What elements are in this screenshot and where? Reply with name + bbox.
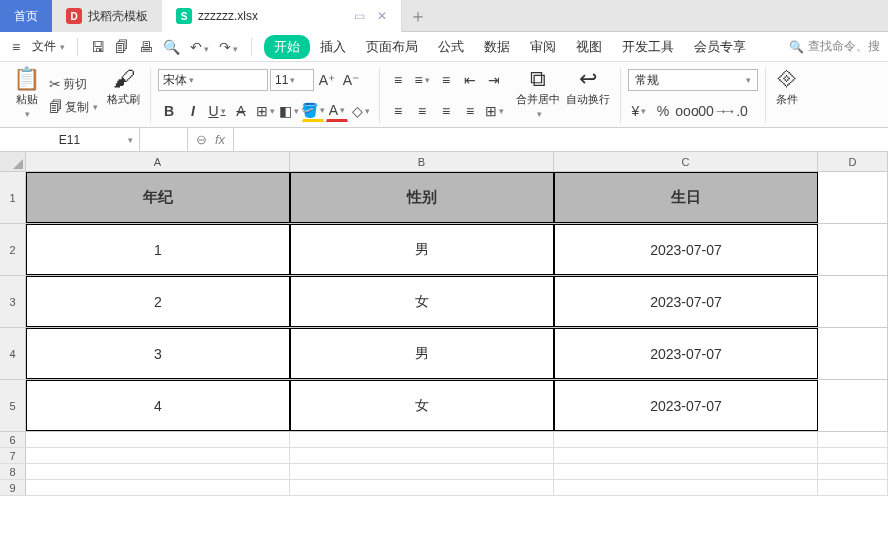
- orientation-icon[interactable]: ⊞: [483, 100, 505, 122]
- tab-document[interactable]: S zzzzzz.xlsx ▭ ✕: [162, 0, 402, 32]
- col-header-a[interactable]: A: [26, 152, 290, 171]
- copy-button[interactable]: 🗐复制: [45, 97, 102, 118]
- cancel-formula-icon[interactable]: ⊖: [196, 132, 207, 147]
- number-format-select[interactable]: 常规▾: [628, 69, 758, 91]
- align-bottom-icon[interactable]: ≡: [435, 69, 457, 91]
- command-search[interactable]: 🔍 查找命令、搜: [789, 38, 880, 55]
- font-color-button[interactable]: A: [326, 100, 348, 122]
- font-name-select[interactable]: 宋体: [158, 69, 268, 91]
- indent-decrease-icon[interactable]: ⇤: [459, 69, 481, 91]
- cell[interactable]: [818, 380, 888, 431]
- format-painter-button[interactable]: 🖌格式刷: [104, 66, 143, 125]
- row-header-6[interactable]: 6: [0, 432, 26, 447]
- row-header-4[interactable]: 4: [0, 328, 26, 379]
- cell[interactable]: 4: [26, 380, 290, 431]
- cell[interactable]: 男: [290, 224, 554, 275]
- header-cell-age[interactable]: 年纪: [26, 172, 290, 223]
- cell[interactable]: [290, 432, 554, 447]
- cell[interactable]: 女: [290, 276, 554, 327]
- cell[interactable]: [26, 448, 290, 463]
- ribbon-tab-insert[interactable]: 插入: [310, 34, 356, 60]
- cell[interactable]: [554, 448, 818, 463]
- bold-button[interactable]: B: [158, 100, 180, 122]
- cell[interactable]: [290, 480, 554, 495]
- cell[interactable]: [290, 464, 554, 479]
- header-cell-gender[interactable]: 性别: [290, 172, 554, 223]
- ribbon-tab-formula[interactable]: 公式: [428, 34, 474, 60]
- cell[interactable]: [290, 448, 554, 463]
- fill-color-button[interactable]: 🪣: [302, 100, 324, 122]
- align-top-icon[interactable]: ≡: [387, 69, 409, 91]
- cell[interactable]: [818, 480, 888, 495]
- file-menu[interactable]: 文件: [28, 36, 69, 57]
- percent-button[interactable]: %: [652, 100, 674, 122]
- row-header-3[interactable]: 3: [0, 276, 26, 327]
- align-right-icon[interactable]: ≡: [435, 100, 457, 122]
- decrease-decimal-button[interactable]: →.0: [724, 100, 746, 122]
- window-mode-icon[interactable]: ▭: [354, 9, 365, 23]
- align-middle-icon[interactable]: ≡: [411, 69, 433, 91]
- spreadsheet-grid[interactable]: A B C D 1 年纪 性别 生日 2 1 男 2023-07-07 3 2 …: [0, 152, 888, 496]
- clear-format-button[interactable]: ◇: [350, 100, 372, 122]
- hamburger-icon[interactable]: ≡: [8, 37, 24, 57]
- cell[interactable]: [26, 432, 290, 447]
- ribbon-tab-review[interactable]: 审阅: [520, 34, 566, 60]
- col-header-c[interactable]: C: [554, 152, 818, 171]
- row-header-7[interactable]: 7: [0, 448, 26, 463]
- col-header-b[interactable]: B: [290, 152, 554, 171]
- row-header-2[interactable]: 2: [0, 224, 26, 275]
- ribbon-tab-member[interactable]: 会员专享: [684, 34, 756, 60]
- cell[interactable]: [818, 448, 888, 463]
- row-header-9[interactable]: 9: [0, 480, 26, 495]
- col-header-d[interactable]: D: [818, 152, 888, 171]
- cell[interactable]: [26, 464, 290, 479]
- save-icon[interactable]: 🖫: [86, 35, 110, 59]
- cell[interactable]: [554, 432, 818, 447]
- new-tab-button[interactable]: ＋: [402, 0, 434, 32]
- ribbon-tab-dev[interactable]: 开发工具: [612, 34, 684, 60]
- formula-input[interactable]: [234, 128, 888, 151]
- cell[interactable]: [554, 464, 818, 479]
- cell[interactable]: [818, 464, 888, 479]
- ribbon-tab-layout[interactable]: 页面布局: [356, 34, 428, 60]
- print-preview-icon[interactable]: 🔍: [158, 35, 185, 59]
- align-center-icon[interactable]: ≡: [411, 100, 433, 122]
- cell[interactable]: 2: [26, 276, 290, 327]
- cell[interactable]: [818, 172, 888, 223]
- row-header-1[interactable]: 1: [0, 172, 26, 223]
- decrease-font-icon[interactable]: A⁻: [340, 69, 362, 91]
- save-as-icon[interactable]: 🗐: [110, 35, 134, 59]
- wrap-text-button[interactable]: ↩自动换行: [563, 66, 613, 125]
- strikethrough-button[interactable]: A: [230, 100, 252, 122]
- cell[interactable]: [26, 480, 290, 495]
- name-box[interactable]: E11: [0, 128, 140, 151]
- ribbon-tab-view[interactable]: 视图: [566, 34, 612, 60]
- cell[interactable]: [818, 224, 888, 275]
- cell[interactable]: 2023-07-07: [554, 224, 818, 275]
- cell[interactable]: 男: [290, 328, 554, 379]
- currency-button[interactable]: ¥: [628, 100, 650, 122]
- align-justify-icon[interactable]: ≡: [459, 100, 481, 122]
- tab-template[interactable]: D 找稻壳模板: [52, 0, 162, 32]
- cell[interactable]: 女: [290, 380, 554, 431]
- cell[interactable]: 2023-07-07: [554, 276, 818, 327]
- align-left-icon[interactable]: ≡: [387, 100, 409, 122]
- select-all-corner[interactable]: [0, 152, 26, 171]
- row-header-5[interactable]: 5: [0, 380, 26, 431]
- cell[interactable]: [818, 432, 888, 447]
- underline-button[interactable]: U: [206, 100, 228, 122]
- increase-decimal-button[interactable]: .00→: [700, 100, 722, 122]
- cell[interactable]: 1: [26, 224, 290, 275]
- cell[interactable]: 2023-07-07: [554, 328, 818, 379]
- ribbon-tab-start[interactable]: 开始: [264, 35, 310, 59]
- italic-button[interactable]: I: [182, 100, 204, 122]
- fx-icon[interactable]: fx: [215, 132, 225, 147]
- undo-button[interactable]: ↶: [185, 35, 214, 59]
- redo-button[interactable]: ↷: [214, 35, 243, 59]
- cell[interactable]: 2023-07-07: [554, 380, 818, 431]
- cell[interactable]: 3: [26, 328, 290, 379]
- print-icon[interactable]: 🖶: [134, 35, 158, 59]
- borders-button[interactable]: ⊞: [254, 100, 276, 122]
- header-cell-birthday[interactable]: 生日: [554, 172, 818, 223]
- cell[interactable]: [818, 276, 888, 327]
